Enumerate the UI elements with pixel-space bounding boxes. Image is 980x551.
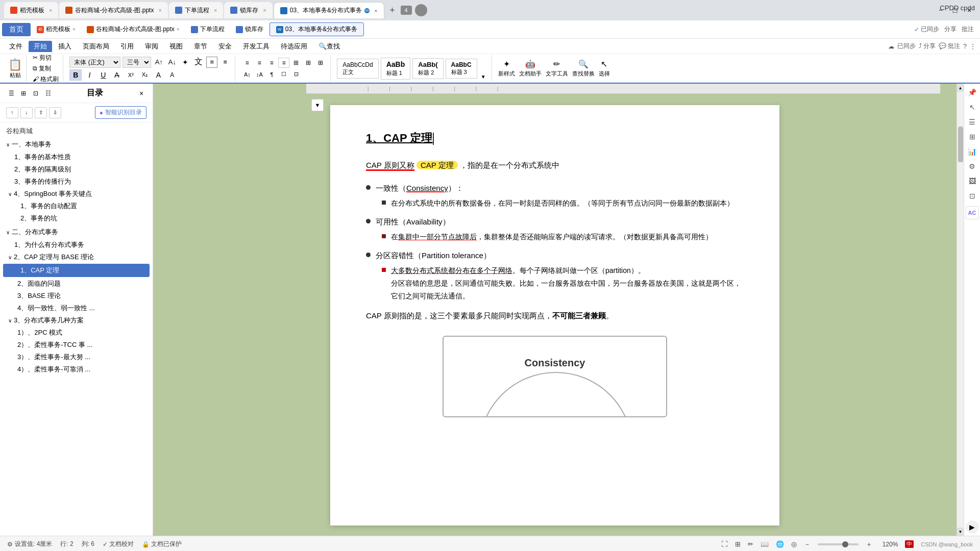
- ribbon-tab-find[interactable]: 🔍查找: [313, 41, 345, 52]
- toc-item-dist-solutions[interactable]: ∨ 3、分布式事务几种方案: [0, 314, 153, 327]
- ribbon-tab-dev[interactable]: 开发工具: [238, 41, 275, 52]
- user-avatar[interactable]: [415, 4, 427, 16]
- ribbon-tab-chapter[interactable]: 章节: [189, 41, 212, 52]
- toc-item-weak-consistency[interactable]: 4、弱一致性、弱一致性 ...: [0, 302, 153, 314]
- ai-recognize-btn[interactable]: ● 智能识别目录: [95, 106, 146, 119]
- toc-item-why-dist[interactable]: 1、为什么有分布式事务: [0, 239, 153, 251]
- outdent-btn[interactable]: ⊞: [315, 58, 326, 68]
- style-normal[interactable]: AaBbCcDd正文: [337, 59, 378, 79]
- toc-item-cap-problems[interactable]: 2、面临的问题: [0, 278, 153, 290]
- toc-item-tx-propagation[interactable]: 3、事务的传播行为: [0, 176, 153, 188]
- vertical-scrollbar[interactable]: ▲ ▼: [957, 84, 964, 536]
- right-tool-3[interactable]: ☰: [966, 115, 979, 129]
- clear-format-btn[interactable]: ✦: [180, 57, 191, 68]
- ribbon-tab-ref[interactable]: 引用: [115, 41, 139, 52]
- tab-4[interactable]: 锁库存 ×: [224, 2, 272, 18]
- zoom-in-btn[interactable]: ＋: [866, 540, 872, 549]
- shading-btn[interactable]: ☐: [278, 69, 289, 80]
- home-btn[interactable]: 首页: [2, 23, 31, 36]
- ribbon-tab-layout[interactable]: 页面布局: [78, 41, 114, 52]
- new-style-btn[interactable]: ✦新样式: [498, 59, 515, 78]
- doc-check-btn[interactable]: ✓ 文档校对: [103, 540, 134, 548]
- font-name-select[interactable]: 末体 (正文): [69, 57, 120, 68]
- sidebar-icon-2[interactable]: ⊞: [18, 88, 29, 98]
- more-icon[interactable]: ⋮: [970, 43, 976, 50]
- distribute-btn[interactable]: ⊞: [290, 58, 302, 68]
- tab-close-icon[interactable]: ×: [214, 7, 217, 13]
- toc-item-dist-tx[interactable]: ∨ 二、分布式事务: [0, 226, 153, 239]
- ribbon-tab-apps[interactable]: 待选应用: [276, 41, 312, 52]
- scroll-down-btn[interactable]: ▼: [957, 528, 964, 536]
- toc-item-tx-isolation[interactable]: 2、事务的隔离级别: [0, 163, 153, 176]
- align-center-btn[interactable]: ≡: [254, 58, 265, 68]
- indent-btn[interactable]: ⊞: [303, 58, 314, 68]
- comment-btn[interactable]: 批注: [962, 25, 974, 34]
- app-tab-4[interactable]: 锁库存: [231, 24, 268, 35]
- sidebar-icon-3[interactable]: ⊡: [31, 88, 41, 98]
- nav-up2-btn[interactable]: ⇧: [35, 107, 47, 118]
- font-color-a-btn[interactable]: A: [152, 69, 164, 81]
- tab-5-active[interactable]: 03、本地事务&分布式事务 W ×: [274, 2, 384, 18]
- share-icon[interactable]: ⤴ 分享: [919, 42, 936, 51]
- ribbon-tab-security[interactable]: 安全: [213, 41, 237, 52]
- nav-up-btn[interactable]: ↑: [6, 107, 18, 118]
- app-tab-2[interactable]: 谷粒商城-分布式高级-图.pptx ×: [82, 24, 185, 35]
- edit-mode-btn[interactable]: ✏: [748, 540, 753, 548]
- paste-btn[interactable]: 📋 粘贴: [8, 58, 22, 79]
- right-tool-7[interactable]: 🖼: [966, 174, 979, 188]
- toc-item-2pc[interactable]: 1）、2PC 模式: [0, 327, 153, 339]
- scroll-up-btn[interactable]: ▲: [957, 84, 964, 92]
- bold-btn[interactable]: B: [69, 69, 82, 81]
- justify-btn[interactable]: ≡: [278, 58, 289, 68]
- zoom-out-btn[interactable]: －: [804, 540, 811, 549]
- web-mode-btn[interactable]: 🌐: [776, 540, 784, 548]
- format-brush-btn[interactable]: 🖌 格式刷: [31, 74, 61, 84]
- document-page[interactable]: 1、CAP 定理 CAP 原则又称 CAP 定理 ，指的是在一个分布式系统中 一…: [330, 105, 779, 525]
- comment-icon[interactable]: 💬 批注: [939, 42, 960, 51]
- list-indent-btn[interactable]: ≡: [219, 57, 231, 68]
- doc-assistant-btn[interactable]: 🤖文档助手: [519, 59, 542, 78]
- font-size-select[interactable]: 三号: [122, 57, 151, 68]
- font-tools-btn[interactable]: 文: [193, 57, 204, 68]
- show-marks-btn[interactable]: ¶: [266, 69, 277, 80]
- toc-item-local-tx[interactable]: ∨ 一、本地事务: [0, 138, 153, 151]
- tab-1[interactable]: 稻壳模板 ×: [4, 2, 58, 18]
- tab-close-icon[interactable]: ×: [49, 7, 52, 13]
- toc-item-cap-base[interactable]: ∨ 2、CAP 定理与 BASE 理论: [0, 251, 153, 263]
- tab-3[interactable]: 下单流程 ×: [169, 2, 223, 18]
- subscript-btn[interactable]: X₂: [138, 69, 151, 81]
- app-tab-3[interactable]: 下单流程: [186, 24, 230, 35]
- focus-mode-btn[interactable]: ◎: [791, 540, 797, 548]
- align-left-btn[interactable]: ≡: [241, 58, 253, 68]
- app-tab-1[interactable]: 稻 稻壳模板 ×: [32, 24, 81, 35]
- tab-active-close[interactable]: ×: [374, 8, 377, 14]
- toc-item-max-effort[interactable]: 3）、柔性事务-最大努 ...: [0, 351, 153, 363]
- toc-item-tx-basic[interactable]: 1、事务的基本性质: [0, 151, 153, 163]
- toc-item-tx-auto-config[interactable]: 1、事务的自动配置: [0, 200, 153, 212]
- sidebar-icon-4[interactable]: ☷: [43, 88, 53, 98]
- nav-down2-btn[interactable]: ⇩: [49, 107, 61, 118]
- font-grow-btn[interactable]: A↑: [153, 57, 164, 68]
- line-spacing-btn[interactable]: A↕: [241, 69, 253, 80]
- ribbon-tab-review[interactable]: 审阅: [140, 41, 163, 52]
- right-tool-2[interactable]: ↖: [966, 101, 979, 114]
- ribbon-tab-file[interactable]: 文件: [4, 41, 28, 52]
- font-shrink-btn[interactable]: A↓: [166, 57, 178, 68]
- toc-item-cap-active[interactable]: 1、CAP 定理: [3, 264, 150, 277]
- ribbon-tab-view[interactable]: 视图: [164, 41, 188, 52]
- app-tab-5-active[interactable]: W 03、本地事务&分布式事务: [270, 22, 364, 36]
- text-tools-btn[interactable]: ✏文字工具: [546, 59, 568, 78]
- list-btn[interactable]: ≡: [206, 57, 217, 68]
- toc-item-reliable-msg[interactable]: 4）、柔性事务-可靠消 ...: [0, 363, 153, 375]
- right-tool-8[interactable]: ⊡: [966, 189, 979, 203]
- toc-item-base[interactable]: 3、BASE 理论: [0, 290, 153, 302]
- tab-close-icon[interactable]: ×: [263, 7, 266, 13]
- styles-expand-btn[interactable]: ▼: [479, 55, 487, 82]
- zoom-slider[interactable]: [818, 543, 859, 545]
- right-tool-6[interactable]: ⚙: [966, 160, 979, 173]
- app-tab-1-close[interactable]: ×: [72, 27, 76, 32]
- style-h1[interactable]: AaBb标题 1: [381, 58, 411, 80]
- underline-btn[interactable]: U: [97, 69, 109, 81]
- nav-down-btn[interactable]: ↓: [20, 107, 33, 118]
- format-menu-btn[interactable]: ▼: [311, 99, 324, 111]
